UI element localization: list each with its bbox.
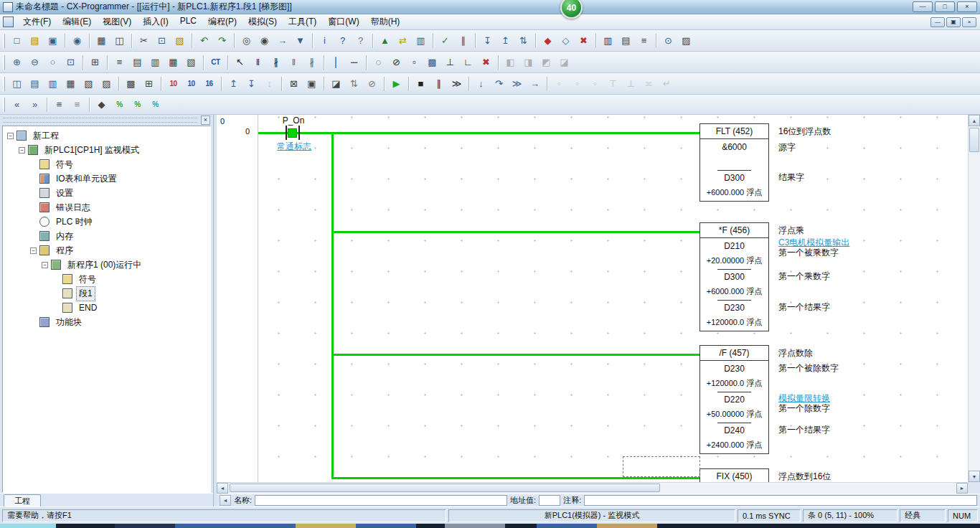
taskbar-app[interactable]: [235, 524, 296, 528]
cut-icon[interactable]: ✂: [136, 32, 152, 49]
cascade-windows-icon[interactable]: ◫: [9, 75, 25, 92]
scan-run-once-icon[interactable]: →: [527, 75, 543, 92]
pause-monitoring-icon[interactable]: ∥: [455, 32, 471, 49]
vertical-scrollbar[interactable]: ▲ ▼: [968, 115, 980, 482]
tile-vertical-icon[interactable]: ▥: [44, 75, 61, 92]
online-edit-cancel-icon[interactable]: ⊘: [364, 75, 380, 92]
instruction-block[interactable]: FLT (452)&6000D300+6000.000 浮点: [699, 123, 769, 202]
counter-timer-view-icon[interactable]: CT: [207, 54, 224, 70]
tree-item[interactable]: PLC 时钟: [3, 214, 210, 229]
menu-item[interactable]: 窗口(W): [322, 14, 364, 29]
mdi-close-button[interactable]: ×: [962, 17, 976, 27]
operand-row[interactable]: D210+20.00000 浮点: [700, 238, 768, 269]
new-horizontal-wire-icon[interactable]: ─: [346, 54, 362, 70]
mdi-restore-button[interactable]: ▣: [946, 17, 961, 27]
close-button[interactable]: ×: [957, 1, 977, 12]
toggle-bookmark-icon[interactable]: ▼: [292, 32, 308, 49]
menu-item[interactable]: 视图(V): [97, 14, 137, 29]
workspace-close-icon[interactable]: ×: [201, 116, 210, 125]
instruction-block[interactable]: FIX (450): [699, 468, 769, 482]
online-edit-send-icon[interactable]: ⇅: [346, 75, 362, 92]
show-output-pane-icon[interactable]: ▧: [80, 75, 97, 92]
step-into-icon[interactable]: ↓: [473, 75, 489, 92]
ladder-diagram-area[interactable]: 0 0 P_On 常通标志 FLT (452)&6000D300+6000.00…: [217, 115, 968, 482]
instruction-block[interactable]: *F (456)D210+20.00000 浮点D300+6000.000 浮点…: [699, 222, 769, 331]
compare-with-plc-icon[interactable]: ⇅: [515, 32, 532, 49]
toolbar-grip[interactable]: [3, 77, 5, 91]
scroll-right-icon[interactable]: ►: [956, 483, 968, 494]
work-online-icon[interactable]: ⇄: [395, 32, 411, 49]
operand-row[interactable]: &6000: [700, 139, 768, 170]
cross-reference-icon[interactable]: ▤: [618, 32, 634, 49]
horizontal-scrollbar[interactable]: ◄ ►: [217, 482, 968, 494]
toolbar-grip[interactable]: [3, 34, 5, 48]
new-or-contact-icon[interactable]: ‖: [286, 54, 302, 70]
operand-row[interactable]: D240+2400.000 浮点: [700, 423, 768, 453]
select-mode-icon[interactable]: ↖: [232, 54, 248, 70]
stop-program-mode-icon[interactable]: ■: [413, 75, 429, 92]
maximize-button[interactable]: □: [935, 1, 955, 12]
context-help-icon[interactable]: ?: [352, 32, 369, 49]
vertical-scroll-thumb[interactable]: [969, 128, 979, 152]
online-edit-begin-icon[interactable]: ◪: [328, 75, 344, 92]
comment-field-input[interactable]: [584, 495, 977, 506]
taskbar-app[interactable]: [445, 524, 505, 528]
monitor-cycle-time-icon[interactable]: %: [111, 96, 128, 113]
step-run-icon[interactable]: ≫: [448, 75, 465, 92]
scroll-down-icon[interactable]: ▼: [969, 471, 980, 482]
toolbar-grip[interactable]: [3, 98, 5, 112]
menu-item[interactable]: 帮助(H): [365, 14, 406, 29]
new-contact-icon[interactable]: ‖: [250, 54, 266, 70]
zoom-in-icon[interactable]: ⊕: [9, 54, 25, 70]
tree-item[interactable]: 错误日志: [3, 200, 210, 214]
horizontal-scroll-thumb[interactable]: [230, 484, 660, 492]
replace-icon[interactable]: ◉: [256, 32, 273, 49]
taskbar-app[interactable]: [537, 524, 597, 528]
instruction-block[interactable]: /F (457)D230+120000.0 浮点D220+50.00000 浮点…: [699, 345, 769, 454]
delete-element-icon[interactable]: ✖: [478, 54, 494, 70]
run-mode-icon[interactable]: ▶: [388, 75, 405, 92]
address-field-input[interactable]: [539, 495, 560, 506]
menu-item[interactable]: 编辑(E): [57, 14, 97, 29]
program-check-icon[interactable]: ✓: [437, 32, 453, 49]
operand-row[interactable]: D220+50.00000 浮点: [700, 392, 768, 423]
tree-item[interactable]: END: [3, 301, 210, 315]
taskbar-app[interactable]: [597, 524, 657, 528]
new-file-icon[interactable]: □: [9, 32, 25, 49]
tree-item[interactable]: −新工程: [3, 128, 210, 143]
outdent-rung-icon[interactable]: «: [9, 96, 25, 113]
data-trace-icon[interactable]: ▣: [303, 75, 320, 92]
display-decimal-icon[interactable]: 10: [165, 75, 182, 92]
print-icon[interactable]: ▦: [93, 32, 110, 49]
tile-horizontal-icon[interactable]: ▤: [27, 75, 43, 92]
taskbar-start-area[interactable]: [0, 524, 56, 528]
go-previous-reference-icon[interactable]: ↥: [225, 75, 242, 92]
menu-item[interactable]: PLC: [174, 14, 202, 29]
operand-row[interactable]: D300+6000.000 浮点: [700, 170, 768, 201]
address-reference-tool-icon[interactable]: ▩: [123, 75, 139, 92]
tree-item[interactable]: −新PLC1[CP1H] 监视模式: [3, 143, 210, 157]
options-icon[interactable]: ▨: [678, 32, 694, 49]
taskbar-app[interactable]: [56, 524, 115, 528]
display-signed-decimal-icon[interactable]: 10: [183, 75, 199, 92]
new-closed-contact-icon[interactable]: ∦: [268, 54, 284, 70]
windows-taskbar[interactable]: [0, 524, 980, 528]
tree-expand-toggle[interactable]: −: [7, 133, 14, 139]
continuous-step-run-icon[interactable]: ≫: [509, 75, 525, 92]
monitor-window-icon[interactable]: ⊞: [141, 75, 157, 92]
new-coil-icon[interactable]: ◌: [370, 54, 387, 70]
save-file-icon[interactable]: ▣: [44, 32, 61, 49]
force-off-icon[interactable]: ◇: [557, 32, 574, 49]
monitor-values-icon[interactable]: %: [147, 96, 164, 113]
mdi-minimize-button[interactable]: —: [930, 17, 945, 27]
help-topics-icon[interactable]: ?: [334, 32, 351, 49]
about-icon[interactable]: i: [316, 32, 333, 49]
open-file-icon[interactable]: ▤: [27, 32, 43, 49]
tree-item[interactable]: 段1: [3, 286, 210, 301]
new-or-closed-contact-icon[interactable]: ∦: [303, 54, 320, 70]
pause-mode-icon[interactable]: ∥: [430, 75, 447, 92]
taskbar-app[interactable]: [356, 524, 416, 528]
zoom-100-icon[interactable]: ○: [44, 54, 61, 70]
find-icon[interactable]: ◎: [238, 32, 255, 49]
show-symbol-bar-icon[interactable]: ▤: [129, 54, 146, 70]
